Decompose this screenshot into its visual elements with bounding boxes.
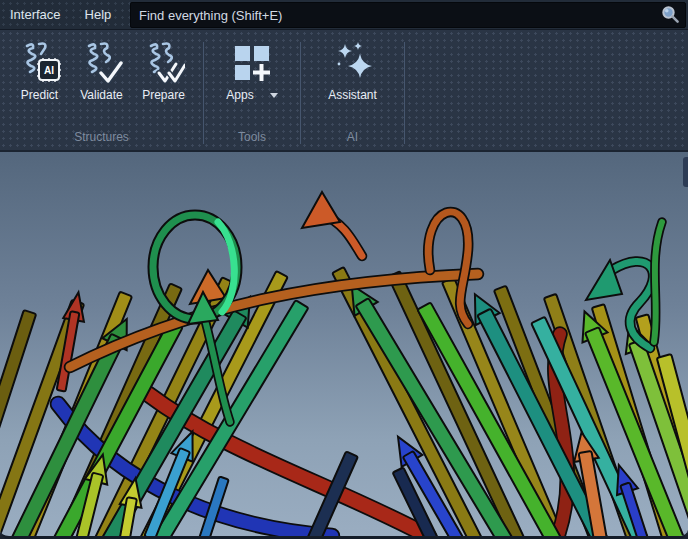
helix-ai-chip-icon: AI xyxy=(19,40,61,84)
sparkles-icon xyxy=(332,40,374,84)
viewport-edge-tab[interactable] xyxy=(683,157,688,187)
group-ai: Assistant AI xyxy=(301,30,404,150)
prepare-button[interactable]: Prepare xyxy=(136,38,192,104)
menu-interface[interactable]: Interface xyxy=(0,0,73,30)
menu-help[interactable]: Help xyxy=(73,0,124,30)
ai-group-label: AI xyxy=(301,130,404,144)
helix-double-check-icon xyxy=(143,40,185,84)
assistant-label: Assistant xyxy=(328,88,377,102)
assistant-button[interactable]: Assistant xyxy=(322,38,383,104)
validate-button[interactable]: Validate xyxy=(74,38,130,104)
workspace-3d-viewport[interactable] xyxy=(0,152,688,539)
predict-label: Predict xyxy=(21,88,58,102)
group-tools: Apps Tools xyxy=(204,30,300,150)
apps-button[interactable]: Apps xyxy=(220,38,283,104)
app-grid-plus-icon xyxy=(231,40,273,84)
protein-ribbon-render xyxy=(0,152,688,536)
validate-label: Validate xyxy=(80,88,122,102)
group-structures: AI Predict Validate xyxy=(0,30,203,150)
helix-check-icon xyxy=(81,40,123,84)
prepare-label: Prepare xyxy=(142,88,185,102)
apps-label: Apps xyxy=(226,88,253,102)
menu-bar: Interface Help xyxy=(0,0,688,30)
svg-text:AI: AI xyxy=(44,65,54,76)
magnifier-icon[interactable] xyxy=(659,4,681,26)
tools-group-label: Tools xyxy=(204,130,300,144)
group-separator xyxy=(404,42,405,144)
ribbon-toolbar: AI Predict Validate xyxy=(0,30,688,152)
search-input[interactable] xyxy=(131,8,659,23)
structures-group-label: Structures xyxy=(0,130,203,144)
find-everything-search[interactable] xyxy=(130,2,686,28)
apps-dropdown-arrow-icon[interactable] xyxy=(270,93,278,98)
application-window: Interface Help xyxy=(0,0,688,539)
predict-button[interactable]: AI Predict xyxy=(12,38,68,104)
